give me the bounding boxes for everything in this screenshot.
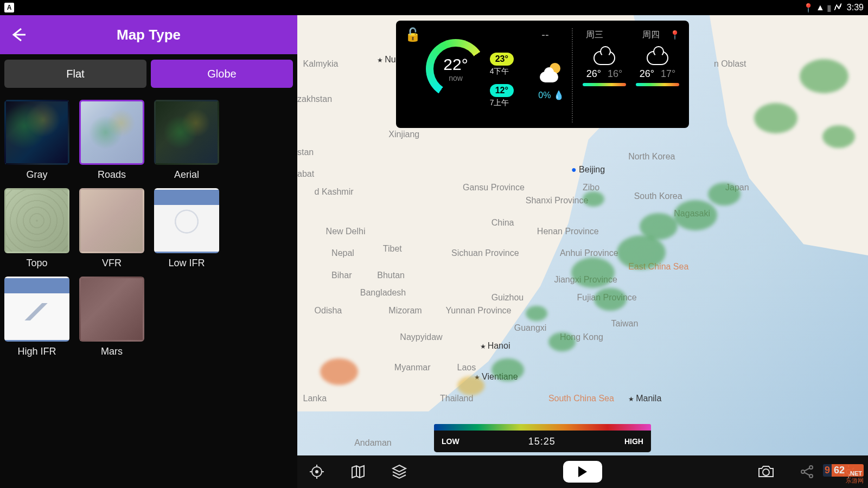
layers-button[interactable] — [388, 461, 410, 483]
map-thumb-label: Roads — [98, 169, 126, 181]
map-label: Andaman — [354, 438, 392, 448]
map-label: Kalmykia — [303, 59, 339, 69]
map-label: Sichuan Province — [451, 248, 519, 258]
high-time: 4下午 — [490, 67, 531, 76]
watermark: 962.NET 乐游网 — [823, 464, 864, 485]
status-time: 3:39 — [847, 3, 864, 12]
map-type-gray[interactable]: Gray — [4, 100, 69, 181]
forecast-day-name: 周三 — [586, 29, 603, 41]
map-label: Henan Province — [537, 227, 599, 236]
map-type-mars[interactable]: Mars — [79, 277, 144, 357]
status-bar: A 📍 ▲ ▮ 🗲 3:39 — [0, 0, 868, 15]
timeline-time: 15:25 — [528, 436, 556, 447]
map-button[interactable] — [347, 461, 369, 483]
map-type-aerial[interactable]: Aerial — [154, 100, 219, 181]
map-label: Nepal — [331, 248, 354, 258]
app-badge-icon: A — [4, 3, 14, 12]
battery-icon: 🗲 — [834, 3, 843, 12]
map-label: Bangladesh — [360, 288, 406, 298]
panel-title: Map Type — [9, 27, 289, 43]
map-label: Guangxi — [514, 323, 547, 333]
play-icon — [578, 466, 587, 477]
pin-icon[interactable]: 📍 — [669, 30, 680, 40]
map-thumb-label: Mars — [101, 346, 123, 357]
map-thumb-label: High IFR — [17, 346, 56, 357]
map-thumb — [154, 188, 219, 253]
low-pill: 12° — [490, 84, 514, 97]
map-type-panel: Map Type Flat Globe Gray Roads Aerial To… — [0, 15, 297, 488]
bottom-toolbar — [297, 455, 868, 488]
map-label: n Oblast — [714, 59, 746, 69]
map-thumb-label: Aerial — [174, 169, 199, 181]
map-label: Shanxi Province — [526, 196, 589, 206]
map-thumb-label: VFR — [102, 258, 122, 269]
map-label: South Korea — [634, 191, 682, 201]
map-label: North Korea — [628, 152, 675, 162]
forecast-range-bar — [583, 83, 626, 86]
partly-cloudy-icon — [539, 61, 564, 86]
forecast-high: 26° — [586, 68, 601, 80]
map-label: Guizhou — [492, 293, 524, 303]
camera-button[interactable] — [755, 461, 777, 483]
status-right: 📍 ▲ ▮ 🗲 3:39 — [803, 3, 864, 13]
share-button[interactable] — [796, 461, 818, 483]
tab-globe[interactable]: Globe — [151, 60, 293, 88]
intensity-gradient — [434, 424, 651, 431]
forecast-range-bar — [636, 83, 679, 86]
forecast-day: 周四 26°17° — [636, 44, 679, 123]
play-button[interactable] — [563, 461, 602, 483]
map-thumb-label: Gray — [26, 169, 47, 181]
map-label: stan — [297, 147, 314, 157]
map-type-topo[interactable]: Topo — [4, 188, 69, 269]
map-thumb-label: Low IFR — [168, 258, 205, 269]
forecast-low: 16° — [608, 68, 622, 80]
map-type-high-ifr[interactable]: High IFR — [4, 277, 69, 357]
map-label: Thailand — [440, 394, 473, 403]
precip-chance: 0% 💧 — [538, 90, 564, 100]
map-thumb — [154, 100, 219, 165]
map-label: Naypyidaw — [400, 332, 442, 342]
map-thumb — [4, 100, 69, 165]
forecast-low: 17° — [661, 68, 675, 80]
lock-icon[interactable]: 🔓 — [405, 27, 421, 42]
map-label: Bhutan — [377, 271, 405, 280]
panel-header: Map Type — [0, 15, 297, 54]
map-label: Lanka — [303, 394, 327, 403]
map-thumb — [79, 188, 144, 253]
map-label: d Kashmir — [315, 187, 354, 197]
map-thumb — [79, 100, 144, 165]
map-label: Xinjiang — [388, 130, 419, 139]
map-label: South China Sea — [548, 394, 614, 403]
map-label: abat — [297, 169, 314, 179]
map-label: Hanoi — [480, 341, 510, 351]
now-label: now — [449, 74, 463, 82]
map-label: Anhui Province — [560, 248, 618, 258]
radar-timeline[interactable]: LOW 15:25 HIGH — [434, 424, 651, 452]
map-label: Laos — [457, 363, 476, 373]
map-type-vfr[interactable]: VFR — [79, 188, 144, 269]
cloud-icon — [647, 51, 668, 65]
locate-button[interactable] — [306, 461, 328, 483]
projection-tabs: Flat Globe — [0, 54, 297, 93]
map-label: Zibo — [583, 183, 599, 192]
map-type-roads[interactable]: Roads — [79, 100, 144, 181]
map-thumb-label: Topo — [26, 258, 47, 269]
map-thumb — [4, 188, 69, 253]
svg-point-1 — [316, 471, 318, 473]
map-label: Bihar — [331, 271, 352, 280]
map-type-grid: Gray Roads Aerial Topo VFR Low IFR High … — [0, 93, 297, 364]
map-label: Manila — [628, 394, 661, 403]
forecast-day-name: 周四 — [642, 29, 660, 41]
map-label: zakhstan — [297, 94, 332, 104]
cloud-icon — [593, 51, 615, 65]
map-label: Gansu Province — [463, 183, 525, 192]
tab-flat[interactable]: Flat — [4, 60, 146, 88]
current-temp: 22° — [443, 55, 468, 74]
low-time: 7上午 — [490, 98, 531, 108]
legend-low: LOW — [442, 437, 459, 446]
map-label: Taiwan — [611, 319, 639, 329]
forecast-day: 周三 26°16° — [583, 44, 626, 123]
weather-overlay[interactable]: 🔓 -- 📍 22° now 23° 4下午 12° 7上午 0% 💧 周三 2… — [396, 21, 689, 128]
map-type-low-ifr[interactable]: Low IFR — [154, 188, 219, 269]
svg-point-2 — [763, 469, 769, 476]
